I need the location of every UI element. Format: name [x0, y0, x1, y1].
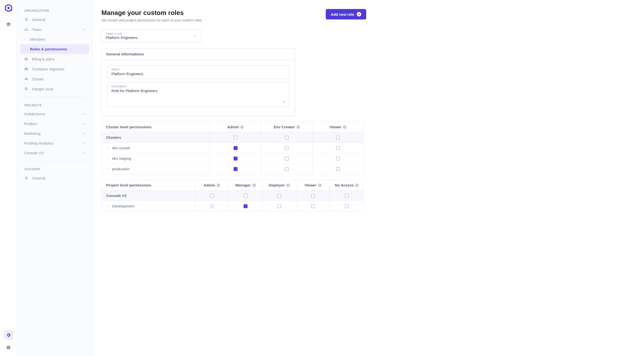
table-group-row: Console V3 [102, 190, 364, 201]
checkbox[interactable] [345, 204, 349, 208]
checkbox[interactable] [244, 194, 248, 198]
nav-team-members[interactable]: Members [20, 34, 89, 44]
row-label: production [112, 167, 130, 171]
chevron-down-icon [193, 34, 197, 38]
info-icon[interactable]: i [216, 183, 220, 187]
logo-hex-icon [5, 4, 12, 12]
chevron-down-icon [82, 112, 85, 116]
project-item[interactable]: Product [20, 119, 89, 129]
nav-label: Cluster [32, 77, 44, 81]
info-icon[interactable]: i [296, 125, 300, 129]
nav-team-roles[interactable]: Roles & permissions [20, 44, 89, 54]
nav-billing[interactable]: Biling & plans [20, 54, 89, 64]
checkbox[interactable] [234, 146, 238, 150]
nav-container-registries[interactable]: Container registries [20, 64, 89, 74]
info-icon[interactable]: i [252, 183, 256, 187]
info-icon[interactable]: i [343, 125, 346, 129]
checkbox[interactable] [234, 157, 238, 161]
checkbox[interactable] [345, 194, 349, 198]
cloud-icon [24, 77, 28, 81]
card-title: General informations [102, 48, 295, 60]
column-header: Deployeri [262, 180, 296, 190]
section-account: ACCOUNT [20, 164, 89, 173]
nav-label: General [32, 17, 45, 22]
divider [22, 97, 87, 97]
description-field[interactable]: Description [107, 82, 289, 107]
column-header: No Accessi [330, 180, 364, 190]
nav-label: Team [32, 27, 41, 32]
nav-cluster[interactable]: Cluster [20, 74, 89, 84]
general-info-card: General informations Name Description [102, 48, 295, 116]
checkbox[interactable] [285, 136, 289, 140]
project-item[interactable]: OnfidoDemo [20, 109, 89, 119]
nav-team[interactable]: Team [20, 24, 89, 34]
add-role-button[interactable]: Add new role + [326, 9, 366, 19]
layers-icon [6, 22, 11, 27]
nav-label: General [32, 176, 45, 180]
checkbox[interactable] [285, 167, 289, 171]
info-icon[interactable]: i [355, 183, 359, 187]
sidebar: ORGANIZATION General Team Members Roles … [17, 0, 92, 356]
page-subtitle: Set cluster and project permissions for … [102, 18, 203, 22]
rail-item-layers[interactable] [4, 19, 14, 29]
divider [22, 161, 87, 161]
column-header: Admini [210, 122, 261, 132]
checkbox[interactable] [277, 194, 281, 198]
table-title: Project level permissions [102, 180, 195, 190]
select-label: Select a role [106, 32, 138, 35]
checkbox[interactable] [234, 167, 238, 171]
name-field[interactable]: Name [107, 65, 289, 79]
checkbox[interactable] [336, 157, 340, 161]
project-label: Console V3 [24, 151, 44, 155]
table-row: └eks staging [102, 153, 364, 164]
chevron-down-icon [82, 122, 85, 126]
checkbox[interactable] [311, 194, 315, 198]
rail-item-settings[interactable] [4, 330, 14, 340]
info-icon[interactable]: i [240, 125, 244, 129]
info-icon[interactable]: i [286, 183, 290, 187]
checkbox[interactable] [336, 167, 340, 171]
project-label: OnfidoDemo [24, 112, 45, 116]
chevron-down-icon [82, 151, 85, 155]
checkbox[interactable] [311, 204, 315, 208]
svg-point-2 [10, 9, 12, 11]
description-textarea[interactable] [112, 88, 285, 103]
checkbox[interactable] [285, 157, 289, 161]
checkbox[interactable] [285, 146, 289, 150]
briefcase-icon [24, 67, 28, 71]
table-row: └Development [102, 201, 364, 211]
info-icon[interactable]: i [318, 183, 322, 187]
nav-danger-zone[interactable]: Danger zone [20, 84, 89, 94]
checkbox[interactable] [234, 136, 238, 140]
tree-indent-icon: └ [106, 167, 109, 171]
gear-icon [24, 17, 28, 22]
column-header: Vieweri [312, 122, 364, 132]
main-content: Manage your custom roles Set cluster and… [92, 0, 644, 356]
nav-general[interactable]: General [20, 14, 89, 24]
chevron-up-icon [82, 28, 85, 31]
project-item[interactable]: Marketing [20, 129, 89, 138]
checkbox[interactable] [336, 146, 340, 150]
project-item[interactable]: Posthog Analytics [20, 138, 89, 148]
svg-point-5 [8, 346, 8, 347]
checkbox[interactable] [336, 136, 340, 140]
role-select[interactable]: Select a role Platform Engineers [102, 29, 201, 43]
checkbox [210, 204, 214, 208]
nav-account-general[interactable]: General [20, 173, 89, 183]
plus-icon: + [357, 12, 361, 16]
rail-item-info[interactable] [4, 343, 14, 353]
column-header: Env Creatori [261, 122, 312, 132]
checkbox[interactable] [244, 204, 248, 208]
table-row: └production [102, 164, 364, 174]
nav-label: Container registries [32, 67, 64, 71]
checkbox[interactable] [277, 204, 281, 208]
app-logo[interactable] [4, 3, 13, 12]
button-label: Add new role [331, 12, 354, 16]
project-permissions-table: Project level permissions Admini Manager… [102, 180, 364, 211]
project-label: Posthog Analytics [24, 141, 54, 145]
row-label: dev cluster [112, 146, 130, 150]
project-item[interactable]: Console V3 [20, 148, 89, 158]
name-input[interactable] [112, 71, 285, 76]
checkbox[interactable] [210, 194, 214, 198]
group-label: Console V3 [102, 190, 195, 201]
